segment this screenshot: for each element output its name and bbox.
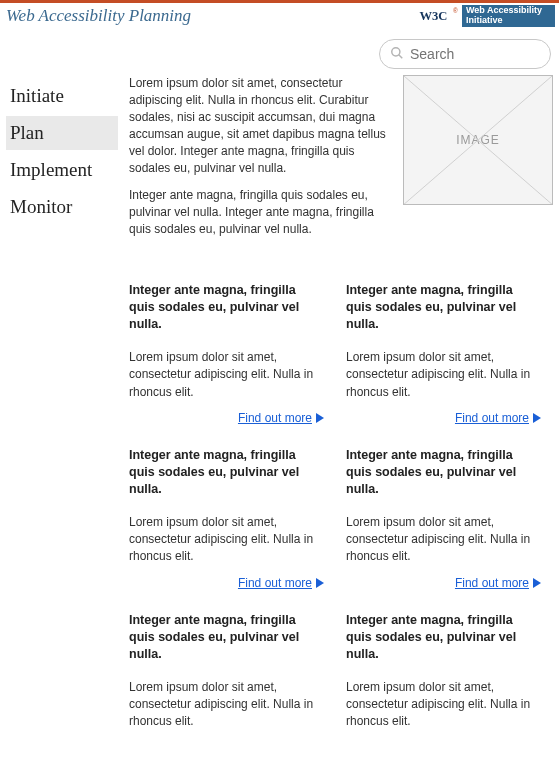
- card-body: Lorem ipsum dolor sit amet, consectetur …: [129, 349, 324, 401]
- intro-paragraph-1: Lorem ipsum dolor sit amet, consectetur …: [129, 75, 391, 177]
- card-body: Lorem ipsum dolor sit amet, consectetur …: [129, 514, 324, 566]
- card-more-row: Find out more: [346, 411, 541, 425]
- placeholder-cross-icon: [404, 76, 552, 204]
- card: Integer ante magna, fringilla quis sodal…: [129, 447, 324, 590]
- content-column: Lorem ipsum dolor sit amet, consectetur …: [129, 79, 553, 741]
- card-title: Integer ante magna, fringilla quis sodal…: [346, 282, 541, 333]
- card-body: Lorem ipsum dolor sit amet, consectetur …: [346, 514, 541, 566]
- site-title: Web Accessibility Planning: [4, 6, 418, 26]
- triangle-right-icon: [316, 413, 324, 423]
- svg-marker-7: [316, 413, 324, 423]
- svg-marker-8: [533, 413, 541, 423]
- card: Integer ante magna, fringilla quis sodal…: [346, 612, 541, 741]
- card-body: Lorem ipsum dolor sit amet, consectetur …: [129, 679, 324, 731]
- card: Integer ante magna, fringilla quis sodal…: [129, 612, 324, 741]
- card-body: Lorem ipsum dolor sit amet, consectetur …: [346, 679, 541, 731]
- search-row: [0, 33, 559, 79]
- svg-text:®: ®: [453, 7, 458, 14]
- intro-paragraph-2: Integer ante magna, fringilla quis sodal…: [129, 187, 391, 238]
- card: Integer ante magna, fringilla quis sodal…: [346, 447, 541, 590]
- sidenav-item-plan[interactable]: Plan: [6, 116, 118, 153]
- find-out-more-link[interactable]: Find out more: [238, 411, 312, 425]
- card-title: Integer ante magna, fringilla quis sodal…: [129, 282, 324, 333]
- find-out-more-link[interactable]: Find out more: [455, 411, 529, 425]
- card-title: Integer ante magna, fringilla quis sodal…: [129, 612, 324, 663]
- header: Web Accessibility Planning W3C® Web Acce…: [0, 3, 559, 33]
- wai-logo[interactable]: Web Accessibility Initiative: [462, 5, 555, 27]
- image-placeholder: IMAGE: [403, 75, 553, 205]
- search-icon: [390, 46, 410, 63]
- triangle-right-icon: [533, 413, 541, 423]
- svg-marker-10: [533, 578, 541, 588]
- card-more-row: Find out more: [129, 411, 324, 425]
- svg-text:W3C: W3C: [419, 9, 447, 23]
- card-body: Lorem ipsum dolor sit amet, consectetur …: [346, 349, 541, 401]
- w3c-logo[interactable]: W3C®: [418, 5, 460, 27]
- sidenav: Initiate Plan Implement Monitor: [6, 79, 118, 227]
- cards-grid: Integer ante magna, fringilla quis sodal…: [129, 282, 553, 740]
- svg-point-3: [392, 47, 400, 55]
- card-title: Integer ante magna, fringilla quis sodal…: [346, 612, 541, 663]
- svg-line-4: [399, 54, 403, 58]
- card: Integer ante magna, fringilla quis sodal…: [346, 282, 541, 425]
- intro-text: Lorem ipsum dolor sit amet, consectetur …: [129, 75, 391, 248]
- sidenav-item-implement[interactable]: Implement: [6, 153, 118, 190]
- card-more-row: Find out more: [129, 576, 324, 590]
- triangle-right-icon: [533, 578, 541, 588]
- sidenav-item-monitor[interactable]: Monitor: [6, 190, 118, 227]
- search-box[interactable]: [379, 39, 551, 69]
- card-more-row: Find out more: [346, 576, 541, 590]
- svg-marker-9: [316, 578, 324, 588]
- sidenav-item-initiate[interactable]: Initiate: [6, 79, 118, 116]
- triangle-right-icon: [316, 578, 324, 588]
- card-title: Integer ante magna, fringilla quis sodal…: [346, 447, 541, 498]
- find-out-more-link[interactable]: Find out more: [455, 576, 529, 590]
- search-input[interactable]: [410, 46, 540, 62]
- card-title: Integer ante magna, fringilla quis sodal…: [129, 447, 324, 498]
- card: Integer ante magna, fringilla quis sodal…: [129, 282, 324, 425]
- wai-logo-line2: Initiative: [466, 16, 551, 26]
- find-out-more-link[interactable]: Find out more: [238, 576, 312, 590]
